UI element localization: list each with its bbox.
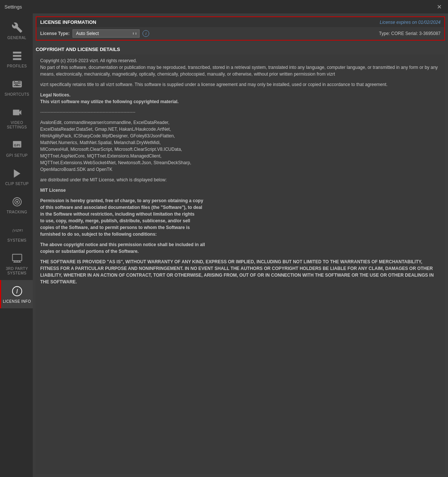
separator-line: ----------------------------------------… bbox=[40, 109, 441, 115]
sidebar-item-shortcuts[interactable]: SHORTCUTS bbox=[0, 73, 33, 101]
license-type-select[interactable]: Auto Select bbox=[73, 29, 140, 38]
keyboard-icon bbox=[10, 77, 24, 91]
svg-text:(vizrt): (vizrt) bbox=[12, 229, 23, 232]
copyright-para-2: vizrt specifically retains title to all … bbox=[40, 81, 441, 88]
sidebar-item-general[interactable]: GENERAL bbox=[0, 16, 33, 45]
title-bar: Settings ✕ bbox=[0, 0, 448, 13]
sidebar: GENERAL PROFILES SHORTCUTS bbox=[0, 13, 33, 477]
svg-rect-7 bbox=[12, 254, 22, 261]
mit-license-conditions: The above copyright notice and this perm… bbox=[40, 241, 441, 255]
copyright-para-4: AvalonEdit, commandlineparser/commandlin… bbox=[40, 119, 441, 173]
sidebar-item-video-settings-label: VIDEO SETTINGS bbox=[3, 121, 31, 130]
sidebar-item-systems-label: SYSTEMS bbox=[7, 238, 26, 243]
license-type-label: License Type: bbox=[40, 31, 70, 36]
license-expiry-text: License expires on 01/02/2024 bbox=[380, 20, 441, 25]
license-serial-text: Type: CORE Serial: 3-3695087 bbox=[379, 31, 441, 36]
copyright-section-title: COPYRIGHT AND LICENSE DETAILS bbox=[36, 44, 445, 54]
sidebar-item-3rd-party-label: 3RD PARTY SYSTEMS bbox=[3, 267, 31, 276]
clip-setup-icon bbox=[10, 167, 24, 180]
sidebar-item-gpi-setup[interactable]: GPI GPI SETUP bbox=[0, 134, 33, 162]
sidebar-item-tracking-label: TRACKING bbox=[7, 210, 28, 214]
systems-icon: (vizrt) bbox=[10, 223, 24, 237]
wrench-icon bbox=[10, 21, 24, 34]
sidebar-item-tracking[interactable]: TRACKING bbox=[0, 191, 33, 219]
gpi-icon: GPI bbox=[10, 139, 24, 152]
copyright-para-5: are distributed under the MIT License, w… bbox=[40, 177, 441, 183]
sidebar-item-shortcuts-label: SHORTCUTS bbox=[4, 92, 29, 97]
close-button[interactable]: ✕ bbox=[435, 2, 444, 11]
svg-marker-2 bbox=[14, 169, 20, 178]
license-header-bottom: License Type: Auto Select i Type: CORE S… bbox=[36, 27, 444, 40]
mit-license-disclaimer: THE SOFTWARE IS PROVIDED "AS IS", WITHOU… bbox=[40, 258, 441, 285]
info-icon-button[interactable]: i bbox=[143, 30, 149, 37]
mit-license-permission: Permission is hereby granted, free of ch… bbox=[40, 197, 441, 238]
sidebar-item-video-settings[interactable]: VIDEO SETTINGS bbox=[0, 101, 33, 134]
license-header-top: LICENSE INFORMATION License expires on 0… bbox=[36, 17, 444, 27]
settings-window: Settings ✕ GENERAL PROFILES bbox=[0, 0, 448, 477]
main-content: GENERAL PROFILES SHORTCUTS bbox=[0, 13, 448, 477]
copyright-para-1: Copyright (c) 2016-2023 vizrt. All right… bbox=[40, 57, 441, 77]
content-area: LICENSE INFORMATION License expires on 0… bbox=[33, 13, 448, 477]
sidebar-item-gpi-setup-label: GPI SETUP bbox=[6, 153, 28, 158]
copyright-section: COPYRIGHT AND LICENSE DETAILS Copyright … bbox=[36, 44, 445, 474]
svg-text:GPI: GPI bbox=[14, 143, 20, 147]
svg-point-5 bbox=[16, 201, 18, 203]
copyright-content[interactable]: Copyright (c) 2016-2023 vizrt. All right… bbox=[36, 54, 445, 474]
sidebar-item-general-label: GENERAL bbox=[7, 36, 26, 40]
mit-license-title: MIT License bbox=[40, 187, 441, 194]
sidebar-item-3rd-party[interactable]: 3RD PARTY SYSTEMS bbox=[0, 247, 33, 280]
license-info-icon: i bbox=[10, 284, 24, 298]
sidebar-item-systems[interactable]: (vizrt) SYSTEMS bbox=[0, 219, 33, 247]
sidebar-item-clip-setup-label: CLIP SETUP bbox=[5, 182, 29, 186]
sidebar-item-license-info[interactable]: i LICENSE INFO bbox=[0, 280, 33, 308]
sidebar-item-clip-setup[interactable]: CLIP SETUP bbox=[0, 162, 33, 191]
license-header: LICENSE INFORMATION License expires on 0… bbox=[36, 16, 445, 41]
sidebar-item-license-info-label: LICENSE INFO bbox=[3, 299, 31, 304]
3rd-party-icon bbox=[10, 252, 24, 265]
license-information-title: LICENSE INFORMATION bbox=[40, 19, 96, 25]
window-title: Settings bbox=[4, 4, 22, 10]
svg-text:i: i bbox=[16, 288, 18, 295]
license-type-row: License Type: Auto Select i bbox=[40, 29, 149, 38]
tracking-icon bbox=[10, 195, 24, 209]
profiles-icon bbox=[10, 49, 24, 63]
sidebar-item-profiles-label: PROFILES bbox=[7, 64, 27, 69]
video-settings-icon bbox=[10, 106, 24, 119]
license-type-select-wrapper: Auto Select bbox=[73, 29, 140, 38]
copyright-para-3: Legal Notices. This vizrt software may u… bbox=[40, 92, 441, 105]
sidebar-item-profiles[interactable]: PROFILES bbox=[0, 45, 33, 73]
